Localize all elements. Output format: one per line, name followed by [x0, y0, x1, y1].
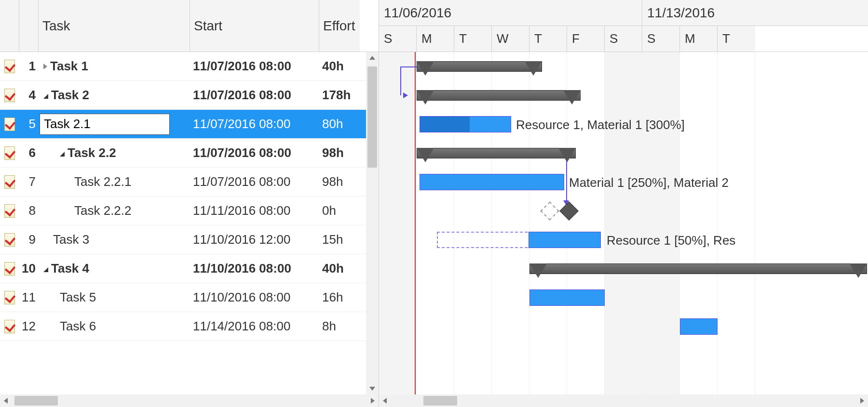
table-row[interactable]: 7 Task 2.2.1 11/07/2016 08:00 98h	[0, 168, 379, 197]
summary-bar[interactable]	[417, 148, 576, 158]
task-name: Task 4	[51, 261, 89, 276]
start-cell[interactable]: 11/10/2016 12:00	[190, 232, 319, 247]
row-number: 11	[19, 290, 39, 305]
effort-cell[interactable]: 98h	[319, 145, 360, 160]
day-header[interactable]: W	[492, 26, 529, 52]
task-icon	[4, 89, 15, 102]
day-header[interactable]: S	[605, 26, 642, 52]
effort-cell[interactable]: 8h	[319, 319, 360, 334]
col-header-index[interactable]	[19, 0, 39, 52]
collapse-icon[interactable]	[43, 267, 48, 272]
start-cell[interactable]: 11/10/2016 08:00	[190, 290, 319, 305]
start-cell[interactable]: 11/07/2016 08:00	[190, 59, 319, 74]
effort-cell[interactable]: 80h	[319, 117, 360, 131]
table-row-selected[interactable]: 5 11/07/2016 08:00 80h	[0, 110, 379, 139]
task-icon	[4, 233, 15, 247]
task-icon	[4, 175, 15, 189]
start-cell[interactable]: 11/07/2016 08:00	[190, 117, 319, 131]
task-bar-label: Resource 1 [50%], Res	[607, 233, 735, 248]
row-number: 4	[19, 88, 39, 103]
effort-cell[interactable]: 16h	[319, 290, 360, 305]
effort-cell[interactable]: 15h	[319, 232, 360, 247]
gantt-chart: 11/06/2016 11/13/2016 S M T W T F S S M …	[379, 0, 868, 407]
row-number: 10	[19, 261, 39, 276]
task-name-editor[interactable]	[40, 114, 170, 135]
table-row[interactable]: 10 Task 4 11/10/2016 08:00 40h	[0, 254, 379, 283]
task-icon	[4, 204, 15, 218]
horizontal-scrollbar-right[interactable]	[379, 394, 868, 407]
col-header-task[interactable]: Task	[39, 0, 190, 52]
start-cell[interactable]: 11/07/2016 08:00	[190, 88, 319, 103]
day-header[interactable]: T	[454, 26, 492, 52]
table-row[interactable]: 6 Task 2.2 11/07/2016 08:00 98h	[0, 139, 379, 168]
table-row[interactable]: 9 Task 3 11/10/2016 12:00 15h	[0, 225, 379, 254]
task-bar[interactable]	[420, 116, 511, 132]
table-row[interactable]: 11 Task 5 11/10/2016 08:00 16h	[0, 283, 379, 312]
vertical-scrollbar[interactable]	[366, 52, 379, 394]
start-cell[interactable]: 11/11/2016 08:00	[190, 203, 319, 218]
scroll-left-icon[interactable]	[0, 394, 12, 407]
gantt-body[interactable]: Resource 1, Material 1 [300%] Material 1…	[379, 52, 868, 394]
summary-bar[interactable]	[417, 61, 542, 72]
row-number: 1	[19, 59, 39, 74]
row-number: 8	[19, 203, 39, 218]
horizontal-scrollbar-left[interactable]	[0, 394, 379, 407]
day-header[interactable]: M	[417, 26, 454, 52]
day-header[interactable]: T	[718, 26, 755, 52]
task-icon	[4, 60, 15, 73]
col-header-start[interactable]: Start	[190, 0, 319, 52]
milestone-icon[interactable]	[559, 201, 579, 221]
scroll-right-icon[interactable]	[856, 394, 868, 407]
scroll-thumb[interactable]	[423, 396, 457, 406]
day-header[interactable]: S	[642, 26, 680, 52]
task-name: Task 2.2.2	[74, 203, 132, 218]
task-name: Task 2.2	[68, 145, 116, 160]
week-header[interactable]: 11/13/2016	[642, 0, 868, 26]
scroll-up-icon[interactable]	[366, 52, 379, 64]
start-cell[interactable]: 11/10/2016 08:00	[190, 261, 319, 276]
row-number: 5	[19, 117, 39, 131]
task-icon	[4, 118, 15, 131]
start-cell[interactable]: 11/07/2016 08:00	[190, 174, 319, 189]
task-bar[interactable]	[420, 174, 564, 190]
task-bar[interactable]	[529, 232, 601, 248]
task-name: Task 5	[60, 290, 96, 305]
row-number: 9	[19, 232, 39, 247]
start-cell[interactable]: 11/07/2016 08:00	[190, 145, 319, 160]
task-bar[interactable]	[680, 318, 718, 335]
start-cell[interactable]: 11/14/2016 08:00	[190, 319, 319, 334]
task-name: Task 1	[50, 59, 88, 74]
table-row[interactable]: 1 Task 1 11/07/2016 08:00 40h	[0, 52, 379, 81]
effort-cell[interactable]: 40h	[319, 261, 360, 276]
effort-cell[interactable]: 40h	[319, 59, 360, 74]
effort-cell[interactable]: 0h	[319, 203, 360, 218]
collapse-icon[interactable]	[43, 94, 48, 99]
scroll-thumb[interactable]	[367, 66, 377, 168]
scroll-thumb[interactable]	[14, 396, 58, 406]
row-number: 12	[19, 319, 39, 334]
col-header-icon[interactable]	[0, 0, 19, 52]
scroll-right-icon[interactable]	[367, 394, 379, 407]
effort-cell[interactable]: 178h	[319, 88, 360, 103]
day-header[interactable]: M	[680, 26, 718, 52]
summary-bar[interactable]	[417, 90, 581, 101]
table-row[interactable]: 12 Task 6 11/14/2016 08:00 8h	[0, 312, 379, 341]
summary-bar[interactable]	[529, 263, 867, 274]
table-row[interactable]: 8 Task 2.2.2 11/11/2016 08:00 0h	[0, 197, 379, 225]
week-header[interactable]: 11/06/2016	[379, 0, 642, 26]
col-header-effort[interactable]: Effort	[319, 0, 360, 52]
collapse-icon[interactable]	[60, 152, 65, 157]
task-icon	[4, 320, 15, 333]
scroll-down-icon[interactable]	[366, 383, 379, 394]
day-header[interactable]: F	[567, 26, 605, 52]
task-grid: Task Start Effort 1 Task 1 11/07/2016 08…	[0, 0, 379, 407]
table-row[interactable]: 4 Task 2 11/07/2016 08:00 178h	[0, 81, 379, 110]
day-header[interactable]: S	[379, 26, 417, 52]
task-name: Task 2.2.1	[74, 174, 132, 189]
task-bar[interactable]	[529, 289, 605, 306]
task-icon	[4, 262, 15, 276]
scroll-left-icon[interactable]	[379, 394, 391, 407]
expand-icon[interactable]	[43, 64, 47, 69]
day-header[interactable]: T	[529, 26, 567, 52]
effort-cell[interactable]: 98h	[319, 174, 360, 189]
